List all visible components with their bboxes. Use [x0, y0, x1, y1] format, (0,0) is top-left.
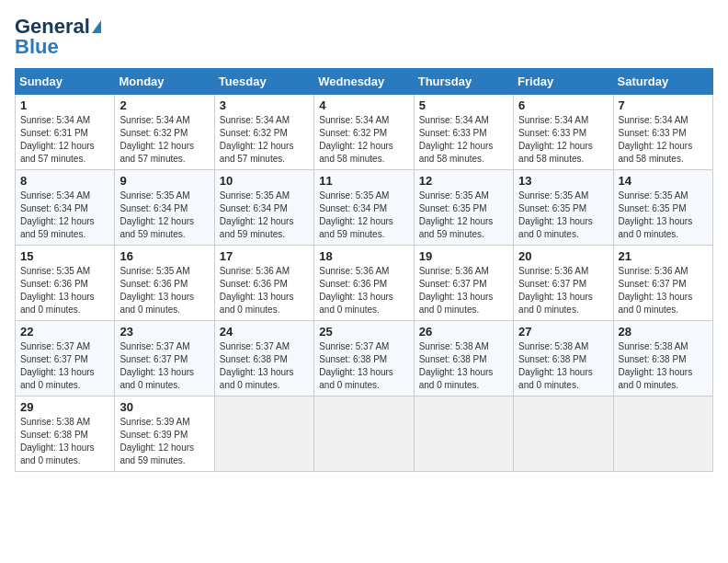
cell-info: Sunrise: 5:36 AMSunset: 6:36 PMDaylight:… — [220, 266, 294, 315]
day-number: 8 — [20, 174, 109, 188]
day-number: 6 — [518, 98, 608, 112]
calendar-cell: 30Sunrise: 5:39 AMSunset: 6:39 PMDayligh… — [115, 396, 214, 472]
day-number: 12 — [419, 174, 508, 188]
calendar-cell: 1Sunrise: 5:34 AMSunset: 6:31 PMDaylight… — [16, 95, 115, 170]
calendar-cell: 8Sunrise: 5:34 AMSunset: 6:34 PMDaylight… — [16, 170, 115, 246]
cell-info: Sunrise: 5:34 AMSunset: 6:33 PMDaylight:… — [518, 115, 593, 164]
day-number: 23 — [119, 325, 209, 339]
cell-info: Sunrise: 5:35 AMSunset: 6:34 PMDaylight:… — [319, 190, 393, 239]
day-number: 30 — [119, 400, 209, 414]
cell-info: Sunrise: 5:36 AMSunset: 6:36 PMDaylight:… — [319, 266, 393, 315]
calendar-week-3: 15Sunrise: 5:35 AMSunset: 6:36 PMDayligh… — [16, 246, 713, 321]
day-number: 29 — [20, 400, 109, 414]
cell-info: Sunrise: 5:37 AMSunset: 6:38 PMDaylight:… — [220, 341, 294, 390]
cell-info: Sunrise: 5:35 AMSunset: 6:36 PMDaylight:… — [20, 266, 95, 315]
day-number: 5 — [419, 98, 508, 112]
cell-info: Sunrise: 5:37 AMSunset: 6:37 PMDaylight:… — [119, 341, 194, 390]
calendar-week-5: 29Sunrise: 5:38 AMSunset: 6:38 PMDayligh… — [16, 396, 713, 472]
calendar-week-4: 22Sunrise: 5:37 AMSunset: 6:37 PMDayligh… — [16, 321, 713, 396]
calendar-cell: 14Sunrise: 5:35 AMSunset: 6:35 PMDayligh… — [613, 170, 712, 246]
logo-triangle-icon — [92, 20, 101, 33]
weekday-header-thursday: Thursday — [414, 69, 513, 95]
cell-info: Sunrise: 5:35 AMSunset: 6:34 PMDaylight:… — [220, 190, 294, 239]
calendar-cell: 22Sunrise: 5:37 AMSunset: 6:37 PMDayligh… — [16, 321, 115, 396]
calendar-cell: 18Sunrise: 5:36 AMSunset: 6:36 PMDayligh… — [314, 246, 414, 321]
day-number: 14 — [619, 174, 708, 188]
calendar-cell: 6Sunrise: 5:34 AMSunset: 6:33 PMDaylight… — [514, 95, 613, 170]
cell-info: Sunrise: 5:37 AMSunset: 6:37 PMDaylight:… — [20, 341, 95, 390]
cell-info: Sunrise: 5:34 AMSunset: 6:33 PMDaylight:… — [419, 115, 494, 164]
cell-info: Sunrise: 5:34 AMSunset: 6:32 PMDaylight:… — [319, 115, 393, 164]
calendar-cell: 13Sunrise: 5:35 AMSunset: 6:35 PMDayligh… — [514, 170, 613, 246]
day-number: 1 — [20, 98, 109, 112]
cell-info: Sunrise: 5:37 AMSunset: 6:38 PMDaylight:… — [319, 341, 393, 390]
calendar-cell: 21Sunrise: 5:36 AMSunset: 6:37 PMDayligh… — [613, 246, 712, 321]
day-number: 24 — [220, 325, 309, 339]
logo: General Blue — [15, 15, 101, 59]
calendar-table: SundayMondayTuesdayWednesdayThursdayFrid… — [15, 68, 713, 472]
cell-info: Sunrise: 5:34 AMSunset: 6:34 PMDaylight:… — [20, 190, 95, 239]
cell-info: Sunrise: 5:36 AMSunset: 6:37 PMDaylight:… — [419, 266, 494, 315]
day-number: 17 — [220, 249, 309, 263]
cell-info: Sunrise: 5:38 AMSunset: 6:38 PMDaylight:… — [619, 341, 693, 390]
day-number: 9 — [119, 174, 209, 188]
cell-info: Sunrise: 5:34 AMSunset: 6:32 PMDaylight:… — [220, 115, 294, 164]
day-number: 22 — [20, 325, 109, 339]
calendar-cell: 3Sunrise: 5:34 AMSunset: 6:32 PMDaylight… — [214, 95, 313, 170]
day-number: 7 — [619, 98, 708, 112]
calendar-cell: 2Sunrise: 5:34 AMSunset: 6:32 PMDaylight… — [115, 95, 214, 170]
day-number: 10 — [220, 174, 309, 188]
calendar-cell: 5Sunrise: 5:34 AMSunset: 6:33 PMDaylight… — [414, 95, 513, 170]
cell-info: Sunrise: 5:34 AMSunset: 6:31 PMDaylight:… — [20, 115, 95, 164]
day-number: 21 — [619, 249, 708, 263]
day-number: 19 — [419, 249, 508, 263]
day-number: 11 — [319, 174, 408, 188]
cell-info: Sunrise: 5:35 AMSunset: 6:36 PMDaylight:… — [119, 266, 194, 315]
day-number: 18 — [319, 249, 408, 263]
calendar-cell — [314, 396, 414, 472]
cell-info: Sunrise: 5:39 AMSunset: 6:39 PMDaylight:… — [119, 417, 194, 465]
calendar-cell: 29Sunrise: 5:38 AMSunset: 6:38 PMDayligh… — [16, 396, 115, 472]
cell-info: Sunrise: 5:35 AMSunset: 6:35 PMDaylight:… — [518, 190, 593, 239]
day-number: 2 — [119, 98, 209, 112]
calendar-cell: 19Sunrise: 5:36 AMSunset: 6:37 PMDayligh… — [414, 246, 513, 321]
calendar-cell: 15Sunrise: 5:35 AMSunset: 6:36 PMDayligh… — [16, 246, 115, 321]
day-number: 15 — [20, 249, 109, 263]
calendar-cell: 11Sunrise: 5:35 AMSunset: 6:34 PMDayligh… — [314, 170, 414, 246]
calendar-cell: 17Sunrise: 5:36 AMSunset: 6:36 PMDayligh… — [214, 246, 313, 321]
weekday-header-monday: Monday — [115, 69, 214, 95]
calendar-week-2: 8Sunrise: 5:34 AMSunset: 6:34 PMDaylight… — [16, 170, 713, 246]
calendar-cell: 12Sunrise: 5:35 AMSunset: 6:35 PMDayligh… — [414, 170, 513, 246]
cell-info: Sunrise: 5:35 AMSunset: 6:35 PMDaylight:… — [419, 190, 494, 239]
weekday-header-tuesday: Tuesday — [214, 69, 313, 95]
page-header: General Blue — [15, 15, 713, 59]
weekday-header-wednesday: Wednesday — [314, 69, 414, 95]
cell-info: Sunrise: 5:38 AMSunset: 6:38 PMDaylight:… — [20, 417, 95, 465]
cell-info: Sunrise: 5:38 AMSunset: 6:38 PMDaylight:… — [419, 341, 494, 390]
calendar-cell: 24Sunrise: 5:37 AMSunset: 6:38 PMDayligh… — [214, 321, 313, 396]
calendar-week-1: 1Sunrise: 5:34 AMSunset: 6:31 PMDaylight… — [16, 95, 713, 170]
calendar-cell: 20Sunrise: 5:36 AMSunset: 6:37 PMDayligh… — [514, 246, 613, 321]
cell-info: Sunrise: 5:34 AMSunset: 6:33 PMDaylight:… — [619, 115, 693, 164]
calendar-cell — [514, 396, 613, 472]
calendar-cell: 10Sunrise: 5:35 AMSunset: 6:34 PMDayligh… — [214, 170, 313, 246]
day-number: 20 — [518, 249, 608, 263]
logo-blue: Blue — [15, 35, 59, 59]
cell-info: Sunrise: 5:34 AMSunset: 6:32 PMDaylight:… — [119, 115, 194, 164]
cell-info: Sunrise: 5:36 AMSunset: 6:37 PMDaylight:… — [619, 266, 693, 315]
day-number: 27 — [518, 325, 608, 339]
cell-info: Sunrise: 5:35 AMSunset: 6:34 PMDaylight:… — [119, 190, 194, 239]
day-number: 25 — [319, 325, 408, 339]
calendar-cell: 23Sunrise: 5:37 AMSunset: 6:37 PMDayligh… — [115, 321, 214, 396]
calendar-cell: 4Sunrise: 5:34 AMSunset: 6:32 PMDaylight… — [314, 95, 414, 170]
calendar-cell: 7Sunrise: 5:34 AMSunset: 6:33 PMDaylight… — [613, 95, 712, 170]
day-number: 28 — [619, 325, 708, 339]
day-number: 3 — [220, 98, 309, 112]
calendar-cell: 27Sunrise: 5:38 AMSunset: 6:38 PMDayligh… — [514, 321, 613, 396]
calendar-cell: 16Sunrise: 5:35 AMSunset: 6:36 PMDayligh… — [115, 246, 214, 321]
cell-info: Sunrise: 5:38 AMSunset: 6:38 PMDaylight:… — [518, 341, 593, 390]
calendar-cell — [214, 396, 313, 472]
cell-info: Sunrise: 5:35 AMSunset: 6:35 PMDaylight:… — [619, 190, 693, 239]
calendar-cell: 9Sunrise: 5:35 AMSunset: 6:34 PMDaylight… — [115, 170, 214, 246]
cell-info: Sunrise: 5:36 AMSunset: 6:37 PMDaylight:… — [518, 266, 593, 315]
